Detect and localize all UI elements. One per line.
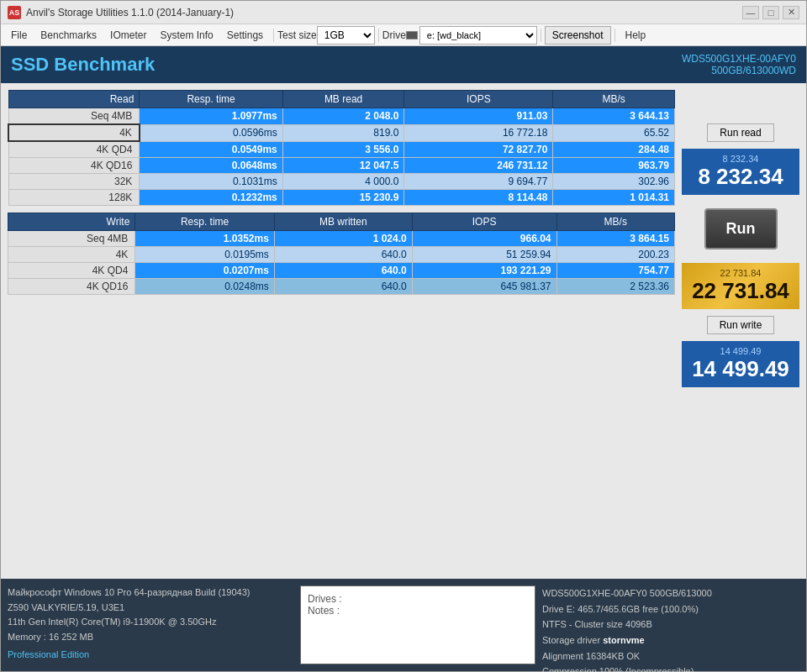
write-row-iops: 193 221.29 — [412, 263, 556, 279]
read-header-iops: IOPS — [404, 91, 553, 108]
run-button[interactable]: Run — [704, 208, 778, 249]
drive-select[interactable]: e: [wd_black] — [419, 26, 537, 45]
screenshot-button[interactable]: Screenshot — [545, 26, 611, 45]
read-table-row: 4K QD160.0648ms12 047.5246 731.12963.79 — [8, 158, 675, 174]
menu-bar: File Benchmarks IOmeter System Info Sett… — [1, 24, 806, 46]
sys-line-2: Z590 VALKYRIE/5.19, U3E1 — [8, 601, 293, 616]
notes-label: Notes : — [308, 605, 528, 617]
write-row-resp: 1.0352ms — [135, 231, 274, 247]
read-row-mb: 3 556.0 — [282, 141, 404, 158]
read-row-label: 4K QD16 — [8, 158, 140, 174]
dev-line-5: Compression 100% (Incompressible) — [542, 664, 799, 672]
professional-edition-link[interactable]: Professional Edition — [8, 649, 89, 659]
header-device-info: WDS500G1XHE-00AFY0 500GB/613000WD — [682, 53, 796, 76]
title-bar: AS Anvil's Storage Utilities 1.1.0 (2014… — [1, 1, 806, 24]
read-table-row: 4K0.0596ms819.016 772.1865.52 — [8, 124, 675, 141]
write-row-label: 4K QD4 — [8, 263, 135, 279]
read-row-mb: 4 000.0 — [282, 174, 404, 190]
read-row-resp: 1.0977ms — [140, 108, 282, 125]
read-row-label: 4K QD4 — [8, 141, 140, 158]
write-header-mb: MB written — [274, 213, 412, 231]
sys-line-4: Memory : 16 252 MB — [8, 630, 293, 645]
window-controls: — □ ✕ — [742, 6, 799, 19]
write-row-label: 4K — [8, 247, 135, 263]
menu-settings[interactable]: Settings — [220, 27, 270, 44]
app-header: SSD Benchmark WDS500G1XHE-00AFY0 500GB/6… — [1, 46, 806, 83]
close-button[interactable]: ✕ — [783, 6, 799, 19]
app-icon: AS — [8, 6, 21, 19]
read-row-mbs: 302.96 — [553, 174, 675, 190]
bottom-notes: Drives : Notes : — [300, 585, 535, 664]
storage-driver-value: stornvme — [603, 635, 645, 645]
read-table-row: 4K QD40.0549ms3 556.072 827.70284.48 — [8, 141, 675, 158]
menu-iometer[interactable]: IOmeter — [103, 27, 153, 44]
read-row-mbs: 284.48 — [553, 141, 675, 158]
read-header-label: Read — [8, 91, 140, 108]
app-icon-text: AS — [9, 8, 20, 17]
device-size: 500GB/613000WD — [682, 65, 796, 76]
write-header-mbs: MB/s — [556, 213, 674, 231]
dev-line-4: Alignment 16384KB OK — [542, 648, 799, 664]
write-table-row: 4K0.0195ms640.051 259.94200.23 — [8, 247, 675, 263]
write-row-label: 4K QD16 — [8, 279, 135, 295]
test-size-select[interactable]: 256MB 512MB 1GB 2GB 4GB — [317, 26, 375, 45]
run-write-button[interactable]: Run write — [707, 316, 774, 334]
minimize-button[interactable]: — — [742, 6, 759, 19]
read-header-mbs: MB/s — [553, 91, 675, 108]
read-table-row: Seq 4MB1.0977ms2 048.0911.033 644.13 — [8, 108, 675, 125]
read-row-mbs: 65.52 — [553, 124, 675, 141]
bottom-section: Майкрософт Windows 10 Pro 64-разрядная B… — [1, 579, 806, 671]
read-header-resp: Resp. time — [140, 91, 282, 108]
menu-separator-1 — [273, 29, 274, 42]
read-row-label: 32K — [8, 174, 140, 190]
read-table-row: 128K0.1232ms15 230.98 114.481 014.31 — [8, 190, 675, 206]
read-row-label: 128K — [8, 190, 140, 206]
menu-file[interactable]: File — [4, 27, 34, 44]
menu-system-info[interactable]: System Info — [153, 27, 219, 44]
write-row-resp: 0.0248ms — [135, 279, 274, 295]
dev-line-3: Storage driver stornvme — [542, 633, 799, 648]
read-row-iops: 72 827.70 — [404, 141, 553, 158]
read-score-small: 8 232.34 — [692, 154, 789, 164]
write-row-mbs: 3 864.15 — [556, 231, 674, 247]
write-table: Write Resp. time MB written IOPS MB/s Se… — [8, 213, 675, 295]
read-row-resp: 0.0549ms — [140, 141, 282, 158]
write-row-iops: 645 981.37 — [412, 279, 556, 295]
read-row-mb: 2 048.0 — [282, 108, 404, 125]
write-table-row: Seq 4MB1.0352ms1 024.0966.043 864.15 — [8, 231, 675, 247]
read-row-mbs: 1 014.31 — [553, 190, 675, 206]
menu-help[interactable]: Help — [619, 27, 653, 44]
read-row-resp: 0.1232ms — [140, 190, 282, 206]
drive-icon — [406, 31, 418, 39]
read-row-resp: 0.0596ms — [140, 124, 282, 141]
main-content: Read Resp. time MB read IOPS MB/s Seq 4M… — [1, 83, 806, 579]
run-score-small: 22 731.84 — [692, 268, 789, 278]
menu-separator-4 — [614, 29, 615, 42]
read-row-resp: 0.0648ms — [140, 158, 282, 174]
main-window: AS Anvil's Storage Utilities 1.1.0 (2014… — [0, 0, 807, 672]
write-row-mbs: 754.77 — [556, 263, 674, 279]
window-title: Anvil's Storage Utilities 1.1.0 (2014-Ja… — [26, 7, 742, 18]
write-row-mb: 640.0 — [274, 279, 412, 295]
header-title: SSD Benchmark — [11, 54, 155, 76]
dev-name: WDS500G1XHE-00AFY0 500GB/613000 — [542, 585, 799, 601]
write-header-resp: Resp. time — [135, 213, 274, 231]
run-read-button[interactable]: Run read — [707, 123, 774, 142]
read-row-iops: 9 694.77 — [404, 174, 553, 190]
write-table-row: 4K QD40.0207ms640.0193 221.29754.77 — [8, 263, 675, 279]
read-score-big: 8 232.34 — [692, 164, 789, 190]
dev-line-1: Drive E: 465.7/465.6GB free (100.0%) — [542, 601, 799, 617]
maximize-button[interactable]: □ — [762, 6, 779, 19]
write-header-iops: IOPS — [412, 213, 556, 231]
read-row-iops: 16 772.18 — [404, 124, 553, 141]
test-size-label: Test size — [277, 29, 317, 41]
write-row-mbs: 200.23 — [556, 247, 674, 263]
read-row-iops: 8 114.48 — [404, 190, 553, 206]
menu-benchmarks[interactable]: Benchmarks — [34, 27, 103, 44]
sys-line-1: Майкрософт Windows 10 Pro 64-разрядная B… — [8, 585, 293, 601]
drive-label: Drive — [382, 29, 406, 41]
read-header-mb: MB read — [282, 91, 404, 108]
read-table: Read Resp. time MB read IOPS MB/s Seq 4M… — [8, 90, 675, 206]
read-row-label: Seq 4MB — [8, 108, 140, 125]
write-row-resp: 0.0195ms — [135, 247, 274, 263]
